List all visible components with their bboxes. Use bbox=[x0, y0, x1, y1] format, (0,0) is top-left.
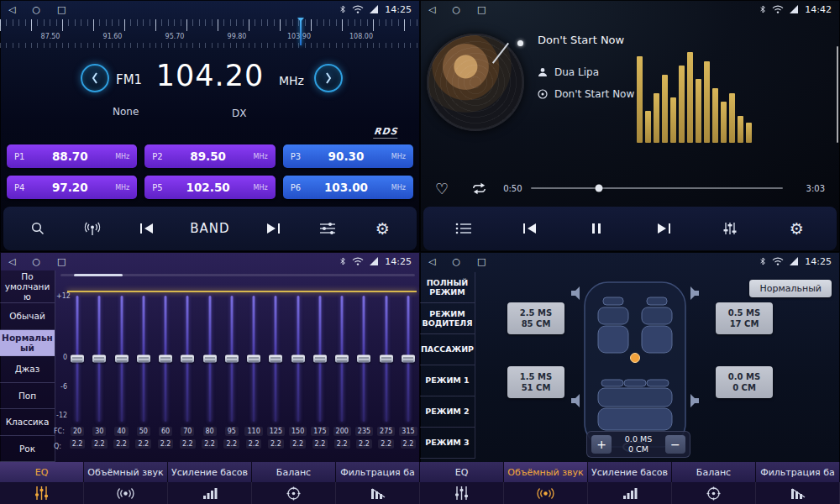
tab-surround-iconbtn[interactable] bbox=[504, 482, 588, 504]
band-slider[interactable] bbox=[310, 296, 330, 422]
tab-filter-iconbtn[interactable] bbox=[756, 482, 840, 504]
nav-back-icon[interactable]: ◁ bbox=[428, 4, 435, 15]
eq-preset-normal[interactable]: Нормальный bbox=[0, 330, 55, 356]
nav-back-icon[interactable]: ◁ bbox=[8, 256, 15, 267]
tab-surround[interactable]: Объёмный звук bbox=[84, 462, 168, 482]
nav-home-icon[interactable]: ○ bbox=[452, 4, 460, 15]
band-slider[interactable] bbox=[177, 296, 197, 422]
preset-button-5[interactable]: P5 102.50 MHz bbox=[144, 176, 275, 199]
tab-eq-iconbtn[interactable] bbox=[420, 482, 504, 504]
nav-back-icon[interactable]: ◁ bbox=[428, 256, 435, 267]
repeat-button[interactable] bbox=[470, 182, 488, 195]
nav-home-icon[interactable]: ○ bbox=[32, 256, 40, 267]
mode-driver[interactable]: РЕЖИМ ВОДИТЕЛЯ bbox=[420, 303, 475, 334]
tab-surround-iconbtn[interactable] bbox=[84, 482, 168, 504]
band-slider[interactable] bbox=[244, 296, 264, 422]
favorite-button[interactable]: ♡ bbox=[435, 180, 449, 197]
slider-knob[interactable] bbox=[203, 355, 217, 363]
nav-recents-icon[interactable]: □ bbox=[57, 4, 66, 15]
slider-knob[interactable] bbox=[402, 355, 415, 363]
delay-rear-left[interactable]: 1.5 MS 51 CM bbox=[507, 366, 564, 398]
seek-bar[interactable] bbox=[531, 182, 783, 194]
delay-front-right[interactable]: 0.5 MS 17 CM bbox=[716, 302, 773, 334]
pause-button[interactable] bbox=[585, 223, 608, 234]
eq-preset-jazz[interactable]: Джаз bbox=[0, 356, 55, 382]
band-slider[interactable] bbox=[332, 296, 352, 422]
band-slider[interactable] bbox=[155, 296, 176, 422]
mode-2[interactable]: РЕЖИМ 2 bbox=[420, 396, 475, 428]
tab-bass-boost-iconbtn[interactable] bbox=[168, 482, 252, 504]
slider-knob[interactable] bbox=[335, 355, 349, 363]
tab-bass-boost[interactable]: Усиление басов bbox=[168, 462, 252, 482]
band-slider[interactable] bbox=[288, 296, 308, 422]
tab-balance[interactable]: Баланс bbox=[672, 462, 756, 482]
next-track-button[interactable] bbox=[652, 223, 675, 234]
scan-button[interactable] bbox=[26, 221, 50, 236]
band-button[interactable]: BAND bbox=[190, 221, 229, 236]
broadcast-button[interactable] bbox=[81, 222, 104, 236]
tab-bass-boost-iconbtn[interactable] bbox=[588, 482, 672, 504]
band-slider[interactable] bbox=[398, 296, 418, 422]
tab-balance-iconbtn[interactable] bbox=[252, 482, 336, 504]
slider-knob[interactable] bbox=[115, 355, 129, 363]
tab-bass-boost[interactable]: Усиление басов bbox=[588, 462, 672, 482]
slider-knob[interactable] bbox=[357, 355, 370, 363]
eq-preset-classic[interactable]: Классика bbox=[0, 409, 55, 435]
tab-filter[interactable]: Фильтрация ба bbox=[756, 462, 840, 482]
tune-down-button[interactable] bbox=[81, 64, 109, 92]
nav-recents-icon[interactable]: □ bbox=[477, 256, 486, 267]
slider-knob[interactable] bbox=[181, 355, 194, 363]
previous-track-button[interactable] bbox=[518, 223, 542, 234]
tab-eq-iconbtn[interactable] bbox=[0, 482, 84, 504]
preset-button-4[interactable]: P4 97.20 MHz bbox=[7, 176, 137, 199]
preset-button-2[interactable]: P2 89.50 MHz bbox=[144, 144, 275, 168]
tab-surround[interactable]: Объёмный звук bbox=[504, 462, 588, 482]
slider-knob[interactable] bbox=[71, 355, 84, 363]
scroll-indicator[interactable] bbox=[837, 46, 838, 143]
band-slider[interactable] bbox=[134, 296, 154, 422]
slider-knob[interactable] bbox=[380, 355, 393, 363]
preset-button-1[interactable]: P1 88.70 MHz bbox=[7, 144, 137, 168]
eq-preset-custom[interactable]: Обычай bbox=[0, 303, 55, 329]
settings-button[interactable]: ⚙ bbox=[370, 221, 394, 237]
preset-button-3[interactable]: P3 90.30 MHz bbox=[283, 144, 413, 168]
nav-home-icon[interactable]: ○ bbox=[32, 4, 40, 15]
tab-balance-iconbtn[interactable] bbox=[672, 482, 756, 504]
slider-knob[interactable] bbox=[159, 355, 172, 363]
band-slider[interactable] bbox=[89, 296, 109, 422]
eq-preset-default[interactable]: По умолчанию bbox=[0, 270, 55, 303]
tune-up-button[interactable] bbox=[314, 64, 343, 92]
frequency-dial-ruler[interactable] bbox=[0, 19, 420, 31]
band-slider[interactable] bbox=[112, 296, 132, 422]
tab-filter[interactable]: Фильтрация ба bbox=[336, 462, 420, 482]
band-slider[interactable] bbox=[200, 296, 220, 422]
slider-knob[interactable] bbox=[92, 355, 106, 363]
tab-eq[interactable]: EQ bbox=[420, 462, 504, 482]
tab-eq[interactable]: EQ bbox=[0, 462, 84, 482]
decrease-delay-button[interactable]: − bbox=[665, 435, 685, 454]
slider-knob[interactable] bbox=[225, 355, 239, 363]
band-slider[interactable] bbox=[265, 296, 286, 422]
mode-1[interactable]: РЕЖИМ 1 bbox=[420, 365, 475, 396]
slider-knob[interactable] bbox=[291, 355, 305, 363]
eq-preset-rock[interactable]: Рок bbox=[0, 436, 55, 462]
next-station-button[interactable] bbox=[261, 223, 285, 234]
audio-settings-button[interactable] bbox=[316, 222, 339, 235]
band-slider[interactable] bbox=[222, 296, 242, 422]
slider-knob[interactable] bbox=[247, 355, 260, 363]
nav-back-icon[interactable]: ◁ bbox=[8, 4, 15, 15]
preset-button-6[interactable]: P6 103.00 MHz bbox=[283, 176, 413, 199]
slider-knob[interactable] bbox=[137, 355, 150, 363]
tab-filter-iconbtn[interactable] bbox=[336, 482, 420, 504]
slider-knob[interactable] bbox=[313, 355, 327, 363]
nav-recents-icon[interactable]: □ bbox=[477, 4, 486, 15]
mode-passenger[interactable]: ПАССАЖИР bbox=[420, 334, 475, 365]
mode-3[interactable]: РЕЖИМ 3 bbox=[420, 428, 475, 459]
slider-knob[interactable] bbox=[269, 355, 282, 363]
band-slider[interactable] bbox=[67, 296, 87, 422]
tab-balance[interactable]: Баланс bbox=[252, 462, 336, 482]
increase-delay-button[interactable]: + bbox=[591, 435, 612, 454]
previous-station-button[interactable] bbox=[135, 223, 159, 234]
mode-full[interactable]: ПОЛНЫЙ РЕЖИМ bbox=[420, 272, 475, 303]
playlist-button[interactable] bbox=[452, 223, 475, 234]
